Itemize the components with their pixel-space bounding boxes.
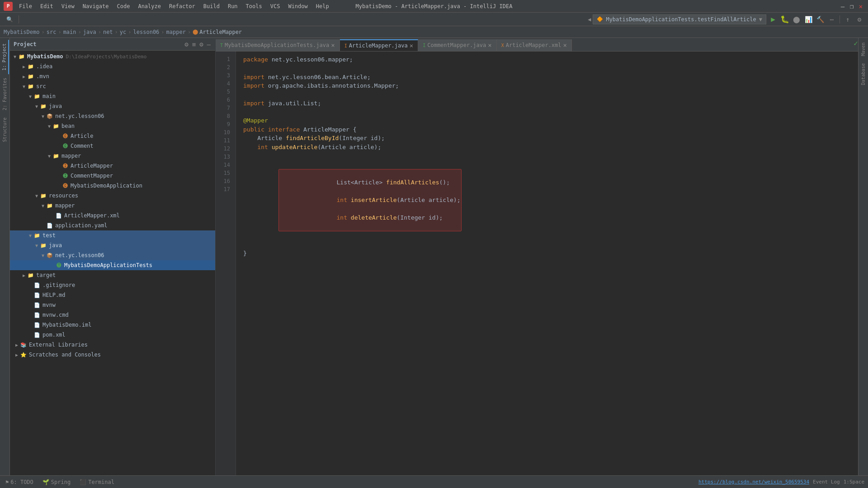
project-layout-icon[interactable]: ≡ bbox=[191, 41, 197, 48]
right-tab-database[interactable]: Database bbox=[861, 61, 866, 88]
menu-refactor[interactable]: Refactor bbox=[165, 2, 199, 10]
event-log[interactable]: Event Log bbox=[813, 479, 840, 485]
tree-item-mapper-pkg[interactable]: ▼ 📁 mapper bbox=[10, 151, 215, 161]
run-config-label: MybatisDemoApplicationTests.testFindAllA… bbox=[606, 16, 756, 23]
menu-code[interactable]: Code bbox=[113, 2, 134, 10]
expand-icon-mapper-pkg: ▼ bbox=[46, 153, 52, 159]
tab-article-mapper[interactable]: I ArticleMapper.java × bbox=[340, 39, 419, 51]
menu-file[interactable]: File bbox=[15, 2, 36, 10]
tree-root[interactable]: ▼ 📁 MybatisDemo D:\IdeaProjects\MybatisD… bbox=[10, 52, 215, 61]
tree-item-test[interactable]: ▼ 📁 test bbox=[10, 230, 215, 240]
tree-item-pom-xml[interactable]: 📄 pom.xml bbox=[10, 330, 215, 340]
tree-item-article-class[interactable]: 🅒 Article bbox=[10, 131, 215, 141]
tab-favorites[interactable]: 2: Favorites bbox=[1, 74, 9, 114]
run-config-back-icon[interactable]: ◀ bbox=[588, 16, 591, 23]
breadcrumb-src[interactable]: src bbox=[47, 29, 57, 35]
tree-item-mybatis-tests[interactable]: 🅣 MybatisDemoApplicationTests bbox=[10, 260, 215, 270]
menu-window[interactable]: Window bbox=[284, 2, 311, 10]
tree-item-target[interactable]: ▶ 📁 target bbox=[10, 270, 215, 280]
tab-close-article-mapper-xml[interactable]: × bbox=[563, 42, 567, 48]
tree-item-gitignore[interactable]: 📄 .gitignore bbox=[10, 280, 215, 290]
project-minimize-icon[interactable]: — bbox=[206, 41, 212, 48]
close-button[interactable]: ✕ bbox=[857, 3, 864, 10]
file-icon-mybatis-iml: 📄 bbox=[33, 321, 41, 328]
tree-item-main[interactable]: ▼ 📁 main bbox=[10, 91, 215, 101]
vcs-button[interactable]: ↑ bbox=[843, 14, 853, 24]
tree-item-test-java[interactable]: ▼ 📁 java bbox=[10, 240, 215, 250]
right-tab-maven[interactable]: Maven bbox=[861, 40, 866, 59]
breadcrumb-project[interactable]: MybatisDemo bbox=[4, 29, 39, 35]
maximize-button[interactable]: ❐ bbox=[848, 3, 855, 10]
menu-help[interactable]: Help bbox=[312, 2, 333, 10]
menu-analyze[interactable]: Analyze bbox=[134, 2, 165, 10]
run-button[interactable]: ▶ bbox=[768, 14, 778, 24]
menu-edit[interactable]: Edit bbox=[37, 2, 57, 10]
coverage-button[interactable]: ⬤ bbox=[792, 14, 802, 24]
bottom-tab-terminal[interactable]: ⬛ Terminal bbox=[78, 478, 116, 486]
tree-item-package[interactable]: ▼ 📦 net.yc.lesson06 bbox=[10, 111, 215, 121]
tree-item-external-libs[interactable]: ▶ 📚 External Libraries bbox=[10, 340, 215, 350]
tree-item-comment-class[interactable]: 🅒 Comment bbox=[10, 141, 215, 151]
tab-comment-mapper[interactable]: I CommentMapper.java × bbox=[418, 39, 497, 51]
tree-item-mybatis-app[interactable]: 🅒 MybatisDemoApplication bbox=[10, 181, 215, 191]
breadcrumb-lesson06[interactable]: lesson06 bbox=[133, 29, 160, 35]
tree-item-java[interactable]: ▼ 📁 java bbox=[10, 101, 215, 111]
breadcrumb-main[interactable]: main bbox=[63, 29, 76, 35]
interface-icon-article-mapper: 🅘 bbox=[61, 162, 69, 169]
breadcrumb-yc[interactable]: yc bbox=[120, 29, 126, 35]
bottom-right: https://blog.csdn.net/weixin_50659534 Ev… bbox=[698, 479, 864, 485]
menu-view[interactable]: View bbox=[58, 2, 78, 10]
menu-tools[interactable]: Tools bbox=[242, 2, 266, 10]
success-checkmark: ✓ bbox=[854, 39, 858, 47]
tree-item-scratches[interactable]: ▶ ⭐ Scratches and Consoles bbox=[10, 350, 215, 360]
tab-project[interactable]: 1: Project bbox=[0, 40, 9, 74]
settings-button[interactable]: ⚙ bbox=[854, 14, 864, 24]
breadcrumb-mapper[interactable]: mapper bbox=[166, 29, 186, 35]
breadcrumb-net[interactable]: net bbox=[103, 29, 113, 35]
tab-close-article-mapper[interactable]: × bbox=[410, 42, 413, 49]
tree-item-application-yaml[interactable]: 📄 application.yaml bbox=[10, 221, 215, 230]
bottom-tab-todo[interactable]: ⚑ 6: TODO bbox=[4, 478, 35, 486]
tree-item-mvnw-cmd[interactable]: 📄 mvnw.cmd bbox=[10, 310, 215, 320]
tree-item-idea[interactable]: ▶ 📁 .idea bbox=[10, 61, 215, 71]
project-settings-icon[interactable]: ⚙ bbox=[184, 41, 189, 48]
more-run-button[interactable]: ⋯ bbox=[827, 14, 837, 24]
tree-item-help-md[interactable]: 📄 HELP.md bbox=[10, 290, 215, 300]
tree-label-main: main bbox=[42, 93, 56, 99]
tree-item-src[interactable]: ▼ 📁 src bbox=[10, 81, 215, 91]
menu-run[interactable]: Run bbox=[224, 2, 241, 10]
tab-close-tests[interactable]: × bbox=[331, 42, 335, 48]
profiler-button[interactable]: 📊 bbox=[803, 14, 813, 24]
tab-structure[interactable]: Structure bbox=[1, 114, 9, 145]
tree-item-article-mapper-xml[interactable]: 📄 ArticleMapper.xml bbox=[10, 211, 215, 221]
folder-icon-main: 📁 bbox=[33, 93, 41, 100]
project-gear-icon[interactable]: ⚙ bbox=[198, 41, 204, 48]
menu-navigate[interactable]: Navigate bbox=[79, 2, 113, 10]
tree-item-test-package[interactable]: ▼ 📦 net.yc.lesson06 bbox=[10, 250, 215, 260]
minimize-button[interactable]: — bbox=[839, 3, 846, 10]
tree-item-article-mapper[interactable]: 🅘 ArticleMapper bbox=[10, 161, 215, 171]
status-url[interactable]: https://blog.csdn.net/weixin_50659534 bbox=[698, 479, 809, 485]
breadcrumb-java[interactable]: java bbox=[83, 29, 96, 35]
tree-item-res-mapper[interactable]: ▼ 📁 mapper bbox=[10, 201, 215, 211]
app-icon: P bbox=[4, 2, 13, 11]
menu-build[interactable]: Build bbox=[200, 2, 223, 10]
tree-item-mvnw[interactable]: 📄 mvnw bbox=[10, 300, 215, 310]
tab-article-mapper-xml[interactable]: X ArticleMapper.xml × bbox=[497, 39, 572, 51]
run-config-selector[interactable]: 🔶 MybatisDemoApplicationTests.testFindAl… bbox=[593, 14, 766, 24]
breadcrumb-article-mapper[interactable]: ArticleMapper bbox=[199, 29, 242, 35]
tab-close-comment-mapper[interactable]: × bbox=[488, 42, 491, 48]
code-editor[interactable]: package net.yc.lesson06.mapper; import n… bbox=[236, 52, 858, 475]
build-button[interactable]: 🔨 bbox=[815, 14, 825, 24]
debug-button[interactable]: 🐛 bbox=[780, 14, 790, 24]
tree-item-mybatis-iml[interactable]: 📄 MybatisDemo.iml bbox=[10, 320, 215, 330]
toolbar-search-icon[interactable]: 🔍 bbox=[4, 15, 16, 23]
menu-vcs[interactable]: VCS bbox=[267, 2, 284, 10]
tree-item-resources[interactable]: ▼ 📁 resources bbox=[10, 191, 215, 201]
tab-mybatis-tests[interactable]: T MybatisDemoApplicationTests.java × bbox=[216, 39, 340, 51]
bottom-tab-spring[interactable]: 🌱 Spring bbox=[41, 478, 72, 486]
tree-label-mvnw: mvnw bbox=[42, 302, 56, 308]
tree-item-bean[interactable]: ▼ 📁 bean bbox=[10, 121, 215, 131]
tree-item-comment-mapper[interactable]: 🅘 CommentMapper bbox=[10, 171, 215, 181]
tree-item-mvn[interactable]: ▶ 📁 .mvn bbox=[10, 71, 215, 81]
